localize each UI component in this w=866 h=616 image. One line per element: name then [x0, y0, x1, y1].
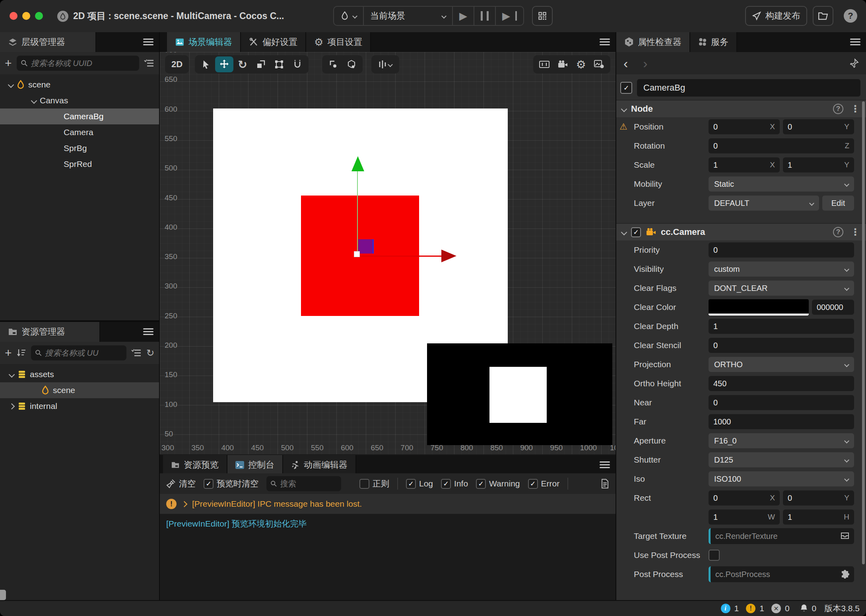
filter-info-toggle[interactable]: Info: [441, 479, 468, 489]
filter-list-icon[interactable]: [131, 349, 142, 357]
priority-field[interactable]: [709, 242, 854, 258]
move-tool-button[interactable]: [215, 56, 233, 72]
iso-dropdown[interactable]: ISO100: [709, 471, 854, 486]
tree-node-canvas[interactable]: Canvas: [0, 93, 159, 108]
asset-node-assets[interactable]: assets: [0, 366, 159, 382]
open-project-folder-button[interactable]: [813, 6, 833, 26]
tab-asset-preview[interactable]: 资源预览: [163, 455, 227, 475]
node-active-checkbox[interactable]: [620, 82, 632, 94]
tab-console[interactable]: 控制台: [227, 455, 283, 475]
position-x-field[interactable]: X: [709, 119, 780, 134]
tab-project-settings[interactable]: ⚙ 项目设置: [306, 32, 371, 52]
rotate-tool-button[interactable]: ↻: [233, 56, 252, 72]
visibility-dropdown[interactable]: custom: [709, 262, 854, 277]
tab-animation-editor[interactable]: 动画编辑器: [283, 455, 356, 475]
ortho-height-field[interactable]: [709, 376, 854, 391]
rect-tool-button[interactable]: [270, 56, 288, 72]
pin-icon[interactable]: [849, 58, 859, 68]
tab-inspector[interactable]: 属性检查器: [616, 32, 690, 52]
zoom-window-button[interactable]: [35, 12, 43, 20]
use-post-process-checkbox[interactable]: [709, 550, 720, 561]
rotation-z-field[interactable]: Z: [709, 138, 854, 153]
tree-node-camera[interactable]: Camera: [0, 124, 159, 140]
scale-x-field[interactable]: X: [709, 157, 780, 172]
pause-button[interactable]: [474, 7, 496, 25]
target-texture-field[interactable]: cc.RenderTexture: [709, 528, 854, 544]
snap-icon-button[interactable]: [324, 56, 342, 72]
filter-warning-toggle[interactable]: Warning: [476, 479, 520, 489]
select-tool-button[interactable]: [197, 56, 215, 72]
assets-menu-button[interactable]: [143, 327, 153, 337]
sort-icon[interactable]: [17, 349, 26, 357]
refresh-assets-button[interactable]: ↻: [146, 347, 154, 358]
rect-y-field[interactable]: Y: [783, 490, 854, 506]
log-entry-info[interactable]: [PreviewInEditor] 预览环境初始化完毕: [160, 514, 616, 534]
camera-preview-button[interactable]: [553, 56, 572, 72]
node-name-field[interactable]: CameraBg: [637, 79, 860, 97]
log-file-icon[interactable]: [600, 479, 609, 488]
tree-node-camerabg[interactable]: CameraBg: [0, 108, 159, 124]
drawer-handle[interactable]: [0, 590, 6, 600]
clear-console-button[interactable]: 清空: [166, 478, 196, 489]
camera-enabled-checkbox[interactable]: [631, 227, 641, 237]
expand-log-icon[interactable]: [181, 501, 188, 507]
qr-preview-button[interactable]: [532, 6, 553, 26]
help-circle-icon[interactable]: ?: [833, 104, 843, 114]
inspector-menu-button[interactable]: [850, 37, 860, 47]
scene-capture-button[interactable]: [590, 56, 608, 72]
rect-x-field[interactable]: X: [709, 490, 780, 506]
clear-color-swatch[interactable]: [709, 299, 809, 316]
regex-toggle[interactable]: 正则: [359, 478, 389, 489]
sprite-purple[interactable]: [358, 239, 374, 254]
console-search-input[interactable]: [280, 479, 337, 489]
rect-w-field[interactable]: W: [709, 509, 780, 525]
hierarchy-menu-button[interactable]: [143, 37, 153, 47]
cube-view-button[interactable]: [342, 56, 361, 72]
help-circle-icon[interactable]: ?: [833, 227, 843, 237]
close-window-button[interactable]: [10, 12, 17, 20]
tree-node-sprred[interactable]: SprRed: [0, 156, 159, 172]
preview-target-dropdown[interactable]: [334, 7, 364, 25]
bell-icon[interactable]: [800, 604, 808, 613]
camera-section-header[interactable]: cc.Camera ? ⋮: [616, 223, 866, 240]
tree-node-scene[interactable]: scene: [0, 77, 159, 93]
scale-y-field[interactable]: Y: [783, 157, 854, 172]
tab-assets[interactable]: 资源管理器: [0, 322, 100, 342]
tab-services[interactable]: 服务: [690, 32, 737, 52]
inspector-scrollbar[interactable]: [862, 101, 865, 564]
clear-flags-dropdown[interactable]: DONT_CLEAR: [709, 281, 854, 296]
minimize-window-button[interactable]: [22, 12, 30, 20]
console-menu-button[interactable]: [600, 460, 610, 470]
log-entry-warning[interactable]: ! [PreviewInEditor] IPC message has been…: [160, 494, 616, 514]
assets-search-input[interactable]: [44, 348, 122, 358]
clear-on-preview-toggle[interactable]: 预览时清空: [204, 478, 258, 489]
play-button[interactable]: ▶: [453, 7, 474, 25]
asset-node-internal[interactable]: internal: [0, 398, 159, 414]
scene-settings-button[interactable]: ⚙: [572, 56, 590, 72]
tab-preferences[interactable]: 偏好设置: [241, 32, 306, 52]
scale-tool-button[interactable]: [252, 56, 270, 72]
build-publish-button[interactable]: 构建发布: [745, 6, 807, 26]
asset-node-scene[interactable]: scene: [0, 382, 159, 398]
aperture-dropdown[interactable]: F16_0: [709, 433, 854, 448]
scene-menu-button[interactable]: [600, 37, 610, 47]
tab-hierarchy[interactable]: 层级管理器: [0, 32, 96, 52]
warning-count-icon[interactable]: !: [746, 604, 755, 613]
current-scene-dropdown[interactable]: 当前场景: [364, 7, 453, 25]
warning-triangle-icon[interactable]: ⚠: [619, 122, 627, 132]
info-count-icon[interactable]: i: [721, 604, 730, 613]
layer-edit-button[interactable]: Edit: [822, 196, 854, 211]
aspect-ratio-button[interactable]: [535, 56, 553, 72]
align-tools-dropdown[interactable]: [373, 56, 397, 72]
scene-viewport[interactable]: 7006506005505004504003503002502001501005…: [160, 52, 616, 454]
post-process-field[interactable]: cc.PostProcess: [709, 566, 854, 582]
hierarchy-search[interactable]: [17, 56, 139, 71]
clear-color-hex-field[interactable]: [812, 300, 854, 315]
position-y-field[interactable]: Y: [783, 119, 854, 134]
more-options-icon[interactable]: ⋮: [850, 103, 860, 114]
far-field[interactable]: [709, 414, 854, 429]
clear-depth-field[interactable]: [709, 319, 854, 334]
layer-dropdown[interactable]: DEFAULT: [709, 196, 819, 211]
tab-scene-editor[interactable]: 场景编辑器: [167, 32, 241, 52]
filter-log-toggle[interactable]: Log: [406, 479, 433, 489]
